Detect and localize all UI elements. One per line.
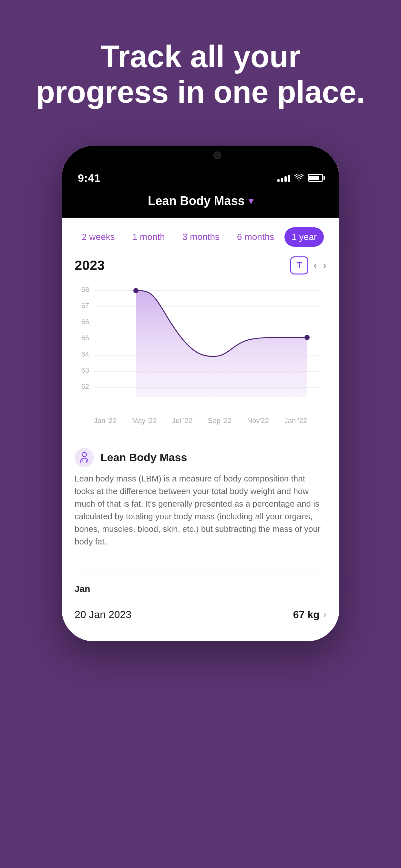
svg-point-0 xyxy=(298,180,300,181)
chart-year: 2023 xyxy=(74,258,104,273)
svg-text:62: 62 xyxy=(81,382,89,391)
phone-frame: 9:41 xyxy=(62,146,339,641)
chart-dot-start xyxy=(133,288,138,293)
status-bar: 9:41 xyxy=(62,168,339,184)
svg-point-15 xyxy=(82,453,86,457)
phone-notch xyxy=(155,146,246,165)
x-label-5: Jan '22 xyxy=(284,416,307,425)
filter-1year[interactable]: 1 year xyxy=(284,227,324,247)
lean-body-section: Lean Body Mass Lean body mass (LBM) is a… xyxy=(74,441,327,564)
filter-2weeks[interactable]: 2 weeks xyxy=(74,227,122,247)
time-filters: 2 weeks 1 month 3 months 6 months 1 year xyxy=(74,227,327,247)
x-label-0: Jan '22 xyxy=(94,416,117,425)
svg-text:63: 63 xyxy=(81,366,89,374)
chevron-right-icon: › xyxy=(323,609,327,620)
x-label-4: Nov'22 xyxy=(247,416,269,425)
dropdown-icon[interactable]: ▾ xyxy=(249,196,253,206)
x-label-1: May '22 xyxy=(132,416,157,425)
filter-3months[interactable]: 3 months xyxy=(175,227,227,247)
chart-prev-button[interactable]: ‹ xyxy=(313,259,317,272)
lean-body-header: Lean Body Mass xyxy=(74,448,327,467)
signal-bar-3 xyxy=(284,176,287,182)
app-title-bar: Lean Body Mass ▾ xyxy=(148,194,253,208)
signal-bar-1 xyxy=(277,179,280,182)
entry-value: 67 kg › xyxy=(293,609,327,621)
phone-mockup: 9:41 xyxy=(0,136,401,868)
x-label-2: Jul '22 xyxy=(172,416,192,425)
hero-title: Track all your progress in one place. xyxy=(0,0,401,136)
table-view-button[interactable]: T xyxy=(290,256,308,275)
chart-dot-end xyxy=(305,335,310,340)
app-title-text: Lean Body Mass xyxy=(148,194,245,208)
lean-body-title: Lean Body Mass xyxy=(100,451,187,464)
signal-bar-4 xyxy=(288,175,290,182)
entry-date: 20 Jan 2023 xyxy=(74,609,131,621)
chart-header: 2023 T ‹ › xyxy=(74,256,327,275)
wifi-icon xyxy=(294,173,304,183)
status-time: 9:41 xyxy=(78,172,100,184)
status-icons xyxy=(277,173,323,183)
filter-1month[interactable]: 1 month xyxy=(125,227,172,247)
phone-notch-area: 9:41 xyxy=(62,146,339,188)
entry-kg: 67 kg xyxy=(293,609,320,621)
svg-text:64: 64 xyxy=(81,350,89,358)
x-label-3: Sep '22 xyxy=(208,416,232,425)
divider-1 xyxy=(74,435,327,435)
chart-next-button[interactable]: › xyxy=(322,259,327,272)
body-icon-svg xyxy=(78,452,90,464)
lean-body-icon xyxy=(74,448,94,467)
chart-controls: T ‹ › xyxy=(290,256,327,275)
svg-text:65: 65 xyxy=(81,334,89,342)
chart-x-labels: Jan '22 May '22 Jul '22 Sep '22 Nov'22 J… xyxy=(74,416,327,425)
signal-bar-2 xyxy=(281,178,283,182)
svg-text:67: 67 xyxy=(81,302,89,310)
filter-6months[interactable]: 6 months xyxy=(230,227,281,247)
app-content: 2 weeks 1 month 3 months 6 months 1 year… xyxy=(62,218,339,641)
table-row[interactable]: 20 Jan 2023 67 kg › xyxy=(74,600,327,628)
month-section: Jan 20 Jan 2023 67 kg › xyxy=(74,578,327,631)
chart-svg: 68 67 66 65 64 63 xyxy=(74,281,327,410)
battery-fill xyxy=(309,176,319,180)
lean-body-description: Lean body mass (LBM) is a measure of bod… xyxy=(74,472,327,548)
signal-icon xyxy=(277,174,290,182)
svg-text:66: 66 xyxy=(81,318,89,326)
month-label: Jan xyxy=(74,584,327,594)
svg-text:68: 68 xyxy=(81,285,89,293)
camera-dot xyxy=(213,151,221,159)
chart-area: 68 67 66 65 64 63 xyxy=(74,281,327,410)
divider-2 xyxy=(74,570,327,571)
app-header: Lean Body Mass ▾ xyxy=(62,188,339,218)
battery-icon xyxy=(308,174,323,182)
